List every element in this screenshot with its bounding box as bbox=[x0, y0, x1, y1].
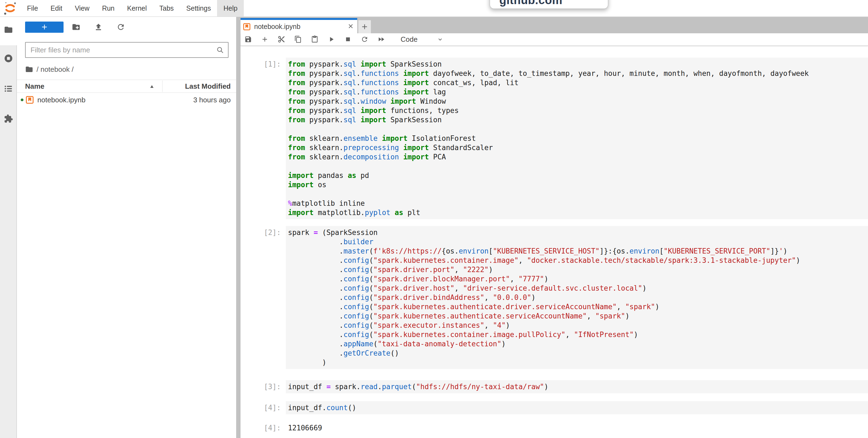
breadcrumb-path: / notebook / bbox=[36, 65, 74, 74]
cell-editor[interactable]: from pyspark.sql import SparkSession fro… bbox=[286, 58, 868, 219]
save-button[interactable] bbox=[243, 34, 254, 45]
output-prompt: [4]: bbox=[241, 421, 286, 434]
menu-item-run[interactable]: Run bbox=[96, 0, 121, 17]
column-header-modified[interactable]: Last Modified bbox=[185, 82, 231, 91]
table-of-contents-icon[interactable] bbox=[4, 84, 13, 93]
input-prompt: [2]: bbox=[241, 226, 286, 369]
restart-kernel-button[interactable] bbox=[359, 34, 370, 45]
file-browser-folder-icon[interactable] bbox=[4, 25, 13, 34]
stop-icon bbox=[344, 35, 352, 43]
insert-cell-button[interactable] bbox=[259, 34, 270, 45]
main-area: / notebook / Name Last Modified notebook… bbox=[0, 17, 868, 438]
panel-splitter[interactable] bbox=[236, 17, 241, 438]
code-cell: [2]:spark = (SparkSession .builder .mast… bbox=[241, 226, 868, 369]
notebook-panel: Code [1]:from pyspark.sql import SparkSe… bbox=[241, 33, 868, 438]
listing-header: Name Last Modified bbox=[17, 80, 236, 93]
refresh-icon bbox=[117, 23, 125, 31]
cell-editor[interactable]: input_df = spark.read.parquet("hdfs://hd… bbox=[286, 380, 868, 393]
run-cell-button[interactable] bbox=[326, 34, 337, 45]
copy-icon bbox=[294, 35, 302, 43]
interrupt-kernel-button[interactable] bbox=[342, 34, 353, 45]
scissors-icon bbox=[278, 35, 285, 43]
tab-close-button[interactable] bbox=[345, 21, 356, 32]
permission-popup: github.com bbox=[490, 0, 609, 9]
fast-forward-icon bbox=[377, 35, 385, 43]
file-browser-panel: / notebook / Name Last Modified notebook… bbox=[17, 17, 236, 438]
refresh-button[interactable] bbox=[116, 22, 126, 32]
plus-icon bbox=[361, 23, 369, 31]
file-browser-toolbar bbox=[25, 21, 236, 33]
menu-item-file[interactable]: File bbox=[21, 0, 44, 17]
tab-notebook[interactable]: notebook.ipynb bbox=[241, 18, 357, 33]
file-row-notebook[interactable]: notebook.ipynb 3 hours ago bbox=[17, 93, 236, 107]
cell-editor[interactable]: input_df.count() bbox=[286, 401, 868, 414]
plus-icon bbox=[261, 35, 269, 43]
menu-item-edit[interactable]: Edit bbox=[44, 0, 68, 17]
cell-type-value: Code bbox=[401, 35, 417, 43]
plus-icon bbox=[40, 23, 49, 31]
tab-bar: notebook.ipynb bbox=[241, 17, 868, 33]
code-cell: [3]:input_df = spark.read.parquet("hdfs:… bbox=[241, 380, 868, 393]
run-icon bbox=[328, 35, 335, 43]
notebook-file-icon bbox=[26, 96, 34, 104]
code-cell: [4]:input_df.count() bbox=[241, 401, 868, 414]
sort-ascending-icon bbox=[149, 84, 154, 89]
cell-output-row: [4]:12106669 bbox=[241, 421, 868, 434]
new-folder-icon bbox=[72, 23, 81, 31]
menu-item-tabs[interactable]: Tabs bbox=[153, 0, 180, 17]
column-header-name[interactable]: Name bbox=[25, 82, 44, 91]
code-cell: [1]:from pyspark.sql import SparkSession… bbox=[241, 58, 868, 219]
jupyter-logo-icon bbox=[3, 1, 17, 16]
main-dock: notebook.ipynb bbox=[241, 17, 868, 438]
restart-icon bbox=[361, 35, 368, 43]
menu-item-settings[interactable]: Settings bbox=[180, 0, 217, 17]
upload-icon bbox=[94, 23, 103, 31]
filter-files-input[interactable] bbox=[25, 42, 228, 58]
input-prompt: [1]: bbox=[241, 58, 286, 219]
activity-sidebar bbox=[0, 17, 17, 438]
jupyterlab-window: FileEditViewRunKernelTabsSettingsHelp gi… bbox=[0, 0, 868, 438]
menu-item-kernel[interactable]: Kernel bbox=[121, 0, 153, 17]
notebook-tab-icon bbox=[243, 23, 250, 30]
copy-cells-button[interactable] bbox=[292, 34, 304, 45]
menu-items: FileEditViewRunKernelTabsSettingsHelp bbox=[21, 0, 244, 17]
file-modified: 3 hours ago bbox=[193, 96, 231, 104]
clipboard-icon bbox=[311, 35, 318, 43]
search-icon bbox=[216, 46, 224, 54]
new-launcher-button[interactable] bbox=[25, 22, 64, 33]
paste-cells-button[interactable] bbox=[309, 34, 320, 45]
menu-item-view[interactable]: View bbox=[68, 0, 96, 17]
cell-type-dropdown[interactable]: Code bbox=[401, 35, 444, 43]
close-icon bbox=[347, 23, 354, 30]
new-tab-button[interactable] bbox=[358, 20, 371, 33]
chevron-down-icon bbox=[437, 36, 444, 43]
file-name: notebook.ipynb bbox=[37, 96, 85, 104]
cell-editor[interactable]: spark = (SparkSession .builder .master(f… bbox=[286, 226, 868, 369]
kernel-running-dot bbox=[21, 98, 24, 101]
cell-output-text: 12106669 bbox=[286, 421, 868, 434]
breadcrumb[interactable]: / notebook / bbox=[25, 64, 236, 74]
cut-cells-button[interactable] bbox=[276, 34, 287, 45]
home-folder-icon[interactable] bbox=[25, 65, 33, 74]
popup-domain-text: github.com bbox=[499, 0, 562, 7]
save-icon bbox=[244, 35, 252, 43]
upload-button[interactable] bbox=[94, 22, 103, 32]
notebook-cells: [1]:from pyspark.sql import SparkSession… bbox=[241, 46, 868, 438]
menu-item-help[interactable]: Help bbox=[217, 0, 244, 17]
filter-box bbox=[25, 42, 228, 58]
extension-puzzle-icon[interactable] bbox=[4, 114, 13, 123]
menu-bar: FileEditViewRunKernelTabsSettingsHelp bbox=[0, 0, 868, 17]
restart-run-all-button[interactable] bbox=[376, 34, 387, 45]
tab-label: notebook.ipynb bbox=[254, 23, 345, 31]
notebook-toolbar: Code bbox=[241, 33, 868, 46]
new-folder-button[interactable] bbox=[71, 22, 81, 32]
input-prompt: [3]: bbox=[241, 380, 286, 393]
input-prompt: [4]: bbox=[241, 401, 286, 414]
running-sessions-icon[interactable] bbox=[4, 54, 13, 63]
